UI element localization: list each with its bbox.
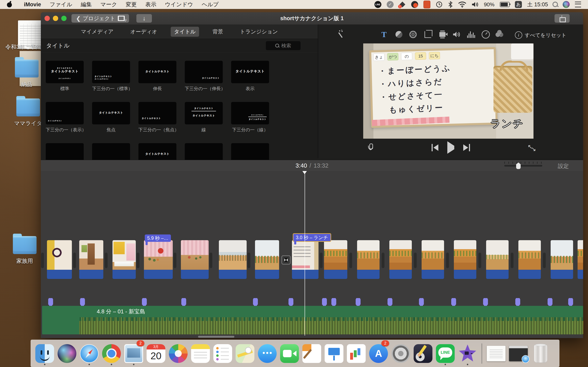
color-correction-icon[interactable] [409, 31, 417, 38]
clip-gap-handle[interactable] [247, 253, 250, 268]
timeline-clip[interactable] [454, 240, 476, 279]
menu-item[interactable]: ウインドウ [161, 1, 198, 8]
clip-gap-handle[interactable] [478, 253, 481, 268]
timeline-clip[interactable] [255, 240, 279, 279]
timeline-clip[interactable] [112, 240, 136, 279]
browser-tab[interactable]: トランジション [237, 27, 281, 37]
minimize-button[interactable] [53, 16, 58, 21]
title-template-cell[interactable]: タイトルテキスト タイトルテキスト タイトルテキスト 線 [185, 102, 223, 133]
timeline-clip[interactable] [181, 240, 209, 279]
reset-all-control[interactable]: i すべてをリセット [515, 31, 567, 39]
volume-icon[interactable] [472, 1, 479, 8]
title-template-cell[interactable]: タイトルテキスト タイトルテキスト タイトルテキスト 下三分の一（標準） [92, 61, 130, 92]
clip-gap-handle[interactable] [73, 253, 76, 268]
browser-tab[interactable]: タイトル [171, 27, 199, 37]
clip-title-badge[interactable]: 3.0 秒 – ランチ [293, 233, 331, 242]
facetime[interactable] [280, 342, 299, 366]
pages[interactable] [302, 342, 321, 366]
sync-check-icon[interactable]: ✓ [387, 1, 394, 8]
title-template-cell[interactable]: タイトルテキスト タイトルテキスト タイトルテキスト 伸長 [138, 61, 176, 92]
menu-item[interactable]: iMovie [20, 1, 45, 8]
import-button[interactable]: ↓ [136, 14, 152, 23]
desktop-folder-icon[interactable] [16, 99, 40, 117]
time-machine-icon[interactable] [436, 1, 443, 8]
recorder-status-icon[interactable] [411, 1, 418, 8]
app-store[interactable]: A 2 [369, 342, 388, 366]
browser-tab[interactable]: 背景 [209, 27, 226, 37]
minimized-window-safari[interactable] [509, 342, 528, 366]
menu-item[interactable]: 変更 [121, 1, 141, 8]
projects-back-button[interactable]: ❮プロジェクト [71, 14, 120, 23]
play-button[interactable] [447, 146, 454, 150]
enhance-wand-icon[interactable] [339, 30, 347, 39]
window-titlebar[interactable]: shortサカナクション版 1 ❮プロジェクト ↓ [41, 12, 583, 25]
titles-adjust-icon[interactable]: T [381, 30, 387, 39]
system-preferences[interactable] [391, 342, 410, 366]
wifi-icon[interactable] [458, 1, 466, 8]
title-template-thumbnail[interactable]: タイトルテキスト タイトルテキスト タイトルテキスト [231, 102, 269, 124]
keynote[interactable] [325, 342, 343, 366]
clip-gap-handle[interactable] [349, 253, 352, 268]
numbers[interactable] [347, 342, 366, 366]
clip-gap-handle[interactable] [41, 253, 44, 268]
disc-burn-app[interactable] [414, 342, 432, 366]
title-template-thumbnail[interactable]: タイトルテキスト タイトルテキスト タイトルテキスト [138, 61, 176, 83]
clip-gap-handle[interactable] [414, 253, 417, 268]
timeline-clip[interactable] [578, 240, 583, 279]
zoom-button[interactable] [61, 16, 67, 21]
title-template-cell[interactable]: タイトルテキスト タイトルテキスト タイトルテキスト 焦点 [92, 102, 130, 133]
next-frame-button[interactable] [463, 144, 470, 151]
timeline-clip[interactable] [486, 240, 509, 279]
trash[interactable] [531, 342, 550, 366]
battery-icon[interactable] [500, 2, 510, 7]
color-balance-icon[interactable] [396, 31, 402, 38]
stabilization-icon[interactable] [439, 32, 445, 37]
clip-gap-handle[interactable] [511, 253, 513, 268]
speed-icon[interactable] [482, 30, 490, 39]
timeline-clip[interactable] [324, 240, 347, 279]
timeline-clip[interactable] [47, 240, 72, 279]
mail[interactable]: 2 [124, 342, 143, 366]
clip-gap-handle[interactable] [543, 253, 546, 268]
timeline-clip[interactable] [389, 240, 412, 279]
title-template-thumbnail[interactable]: タイトルテキスト タイトルテキスト タイトルテキスト [92, 61, 130, 83]
menu-item[interactable]: マーク [96, 1, 121, 8]
menu-clock[interactable]: 土 15:05 [527, 1, 548, 8]
timeline-clip[interactable] [357, 240, 380, 279]
title-template-cell[interactable]: タイトルテキスト タイトルテキスト タイトルテキスト 下三分の一（線） [231, 102, 269, 133]
clip-gap-handle[interactable] [209, 253, 212, 268]
timeline-clip[interactable] [219, 240, 247, 279]
title-template-cell[interactable]: タイトルテキスト タイトルテキスト タイトルテキスト 下三分の一（表示） [46, 102, 84, 133]
clip-gap-handle[interactable] [381, 253, 384, 268]
title-template-thumbnail[interactable]: タイトルテキスト タイトルテキスト タイトルテキスト [231, 61, 269, 83]
bluetooth-icon[interactable] [448, 1, 453, 8]
line[interactable]: LINE [436, 342, 455, 366]
finder[interactable] [35, 342, 54, 366]
menu-item[interactable]: ファイル [45, 1, 77, 8]
desktop-folder-icon[interactable] [13, 236, 36, 254]
menu-item[interactable]: ヘルプ [198, 1, 223, 8]
notification-center-icon[interactable] [575, 2, 581, 7]
desktop-folder-icon[interactable] [15, 59, 39, 77]
previous-frame-button[interactable] [432, 144, 438, 151]
preview-video-frame[interactable]: きょがつの15にち ・まーぼーどうふ・ハりはさらだ・せどさそて一 もゅくゼリー … [363, 43, 534, 139]
minimized-window-document[interactable] [487, 342, 506, 366]
title-template-thumbnail[interactable]: タイトルテキスト タイトルテキスト タイトルテキスト [138, 102, 176, 124]
title-template-thumbnail[interactable]: タイトルテキスト タイトルテキスト タイトルテキスト [46, 102, 84, 124]
share-button[interactable] [554, 14, 570, 23]
notes[interactable] [191, 342, 210, 366]
maps[interactable] [236, 342, 254, 366]
spotlight-icon[interactable] [553, 2, 558, 7]
title-template-thumbnail[interactable]: タイトルテキスト タイトルテキスト タイトルテキスト [92, 102, 130, 124]
menu-item[interactable]: 編集 [77, 1, 96, 8]
crop-icon[interactable] [424, 31, 431, 38]
title-template-thumbnail[interactable]: タイトルテキスト タイトルテキスト タイトルテキスト [46, 61, 84, 83]
title-template-cell[interactable]: タイトルテキスト タイトルテキスト タイトルテキスト 標準 [46, 61, 84, 92]
photos[interactable] [169, 342, 188, 366]
dock-divider[interactable] [480, 342, 483, 366]
siri[interactable] [58, 342, 76, 366]
zoom-slider-track[interactable] [504, 165, 542, 167]
media-browser-button[interactable] [113, 14, 129, 23]
apple-menu-icon[interactable] [7, 1, 12, 8]
timeline-clip[interactable] [551, 240, 573, 279]
